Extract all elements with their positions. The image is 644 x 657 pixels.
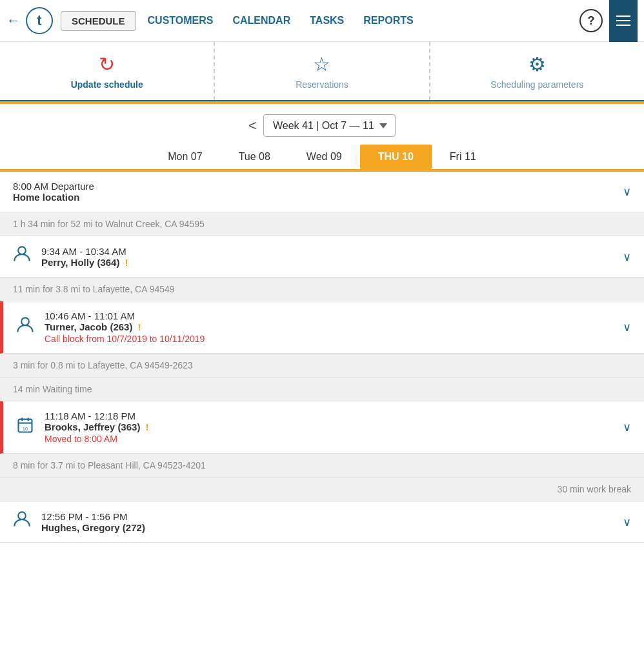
turner-warning: !: [135, 321, 141, 332]
travel-row-3: 3 min for 0.8 mi to Lafayette, CA 94549-…: [0, 354, 644, 378]
hughes-time: 12:56 PM - 1:56 PM: [41, 511, 616, 522]
day-wed[interactable]: Wed 09: [288, 145, 360, 169]
waiting-row: 14 min Waiting time: [0, 378, 644, 401]
perry-info: 9:34 AM - 10:34 AM Perry, Holly (364) !: [41, 246, 616, 268]
svg-text:10: 10: [23, 427, 28, 431]
nav-tasks[interactable]: TASKS: [310, 15, 344, 26]
nav-right: ?: [579, 0, 638, 42]
brooks-warning: !: [143, 421, 148, 432]
visit-perry[interactable]: 9:34 AM - 10:34 AM Perry, Holly (364) ! …: [0, 236, 644, 278]
svg-point-3: [21, 318, 29, 325]
visit-hughes[interactable]: 12:56 PM - 1:56 PM Hughes, Gregory (272)…: [0, 501, 644, 543]
departure-location: Home location: [13, 192, 616, 203]
person-icon-2: [16, 316, 34, 339]
svg-text:t: t: [37, 12, 42, 28]
person-icon: [13, 245, 31, 268]
svg-point-2: [18, 247, 26, 254]
visit-turner[interactable]: 10:46 AM - 11:01 AM Turner, Jacob (263) …: [0, 301, 644, 354]
turner-time: 10:46 AM - 11:01 AM: [45, 310, 616, 321]
nav-calendar[interactable]: CALENDAR: [232, 15, 290, 26]
gear-icon: ⚙: [528, 53, 546, 76]
brooks-time: 11:18 AM - 12:18 PM: [45, 410, 616, 421]
menu-button[interactable]: [609, 0, 638, 42]
work-break-row: 30 min work break: [0, 478, 644, 501]
turner-alert: Call block from 10/7/2019 to 10/11/2019: [45, 334, 616, 344]
departure-row[interactable]: 8:00 AM Departure Home location ∨: [0, 172, 644, 212]
departure-time: 8:00 AM Departure: [13, 181, 616, 192]
person-icon-3: [13, 510, 31, 533]
sub-nav: ↻ Update schedule ☆ Reservations ⚙ Sched…: [0, 42, 644, 101]
brooks-info: 11:18 AM - 12:18 PM Brooks, Jeffrey (363…: [45, 410, 616, 444]
reservations-tab[interactable]: ☆ Reservations: [215, 42, 430, 100]
day-fri[interactable]: Fri 11: [432, 145, 494, 169]
update-schedule-tab[interactable]: ↻ Update schedule: [0, 42, 215, 100]
nav-customers[interactable]: CUSTOMERS: [148, 15, 214, 26]
update-schedule-label: Update schedule: [71, 79, 143, 90]
travel-row-2: 11 min for 3.8 mi to Lafayette, CA 94549: [0, 278, 644, 301]
help-button[interactable]: ?: [579, 9, 603, 32]
svg-point-9: [18, 512, 26, 520]
back-button[interactable]: ←: [6, 12, 21, 29]
perry-warning: !: [122, 257, 128, 268]
hughes-info: 12:56 PM - 1:56 PM Hughes, Gregory (272): [41, 511, 616, 533]
turner-name: Turner, Jacob (263) !: [45, 321, 616, 332]
hughes-chevron: ∨: [623, 515, 631, 529]
visit-brooks[interactable]: 10 11:18 AM - 12:18 PM Brooks, Jeffrey (…: [0, 401, 644, 454]
nav-reports[interactable]: REPORTS: [363, 15, 413, 26]
hughes-name: Hughes, Gregory (272): [41, 522, 616, 533]
schedule-button[interactable]: SCHEDULE: [61, 11, 136, 31]
travel-row: 1 h 34 min for 52 mi to Walnut Creek, CA…: [0, 212, 644, 236]
week-selector: < Week 41 | Oct 7 — 11: [0, 104, 644, 145]
perry-name: Perry, Holly (364) !: [41, 257, 616, 268]
brooks-chevron: ∨: [623, 420, 631, 434]
nav-links: CUSTOMERS CALENDAR TASKS REPORTS: [148, 15, 579, 26]
departure-chevron: ∨: [623, 185, 631, 199]
logo: t: [26, 7, 53, 34]
week-back-button[interactable]: <: [248, 117, 257, 134]
reservations-label: Reservations: [296, 79, 348, 90]
top-nav: ← t SCHEDULE CUSTOMERS CALENDAR TASKS RE…: [0, 0, 644, 42]
day-tue[interactable]: Tue 08: [221, 145, 288, 169]
refresh-icon: ↻: [99, 53, 115, 76]
perry-time: 9:34 AM - 10:34 AM: [41, 246, 616, 257]
perry-chevron: ∨: [623, 250, 631, 264]
week-dropdown[interactable]: Week 41 | Oct 7 — 11: [263, 114, 396, 137]
scheduling-parameters-label: Scheduling parameters: [490, 79, 583, 90]
day-mon[interactable]: Mon 07: [150, 145, 220, 169]
day-headers: Mon 07 Tue 08 Wed 09 THU 10 Fri 11: [0, 145, 644, 170]
calendar-icon: 10: [16, 416, 34, 439]
turner-info: 10:46 AM - 11:01 AM Turner, Jacob (263) …: [45, 310, 616, 344]
departure-info: 8:00 AM Departure Home location: [13, 181, 616, 203]
turner-chevron: ∨: [623, 320, 631, 334]
day-thu[interactable]: THU 10: [360, 145, 432, 169]
brooks-name: Brooks, Jeffrey (363) !: [45, 421, 616, 432]
schedule-container: 8:00 AM Departure Home location ∨ 1 h 34…: [0, 170, 644, 543]
star-icon: ☆: [313, 53, 330, 76]
scheduling-parameters-tab[interactable]: ⚙ Scheduling parameters: [430, 42, 644, 100]
brooks-alert: Moved to 8:00 AM: [45, 434, 616, 444]
travel-row-4: 8 min for 3.7 mi to Pleasant Hill, CA 94…: [0, 454, 644, 478]
